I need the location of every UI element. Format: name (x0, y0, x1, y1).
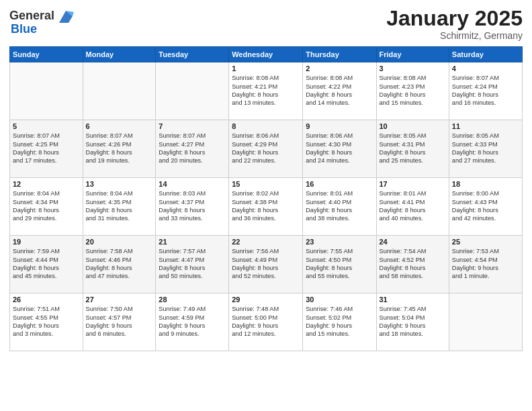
calendar-header-row: Sunday Monday Tuesday Wednesday Thursday… (10, 47, 523, 62)
day-info: Sunrise: 7:46 AMSunset: 5:02 PMDaylight:… (306, 305, 373, 338)
day-info: Sunrise: 8:05 AMSunset: 4:33 PMDaylight:… (452, 132, 519, 165)
day-number: 18 (452, 180, 519, 188)
day-number: 24 (380, 238, 446, 246)
table-row: 10Sunrise: 8:05 AMSunset: 4:31 PMDayligh… (376, 120, 449, 178)
day-number: 1 (232, 64, 300, 73)
table-row: 29Sunrise: 7:48 AMSunset: 5:00 PMDayligh… (229, 293, 303, 351)
day-info: Sunrise: 8:07 AMSunset: 4:25 PMDaylight:… (13, 132, 80, 165)
day-number: 30 (306, 295, 373, 304)
day-info: Sunrise: 8:08 AMSunset: 4:22 PMDaylight:… (306, 74, 373, 107)
table-row: 24Sunrise: 7:54 AMSunset: 4:52 PMDayligh… (376, 236, 449, 293)
day-info: Sunrise: 7:57 AMSunset: 4:47 PMDaylight:… (159, 247, 226, 281)
day-number: 15 (232, 180, 300, 188)
day-number: 2 (306, 64, 373, 73)
day-number: 10 (380, 122, 446, 130)
day-number: 17 (380, 180, 446, 188)
table-row: 30Sunrise: 7:46 AMSunset: 5:02 PMDayligh… (303, 293, 376, 351)
day-info: Sunrise: 7:56 AMSunset: 4:49 PMDaylight:… (232, 247, 300, 281)
day-info: Sunrise: 8:03 AMSunset: 4:37 PMDaylight:… (159, 189, 226, 223)
day-number: 7 (159, 122, 226, 130)
day-number: 12 (13, 180, 80, 188)
day-info: Sunrise: 8:05 AMSunset: 4:31 PMDaylight:… (380, 132, 446, 165)
table-row: 4Sunrise: 8:07 AMSunset: 4:24 PMDaylight… (449, 62, 522, 120)
title-block: January 2025 Schirmitz, Germany (386, 7, 523, 41)
header-thursday: Thursday (303, 47, 376, 62)
table-row: 12Sunrise: 8:04 AMSunset: 4:34 PMDayligh… (10, 178, 83, 236)
day-info: Sunrise: 8:07 AMSunset: 4:24 PMDaylight:… (452, 74, 519, 107)
table-row: 11Sunrise: 8:05 AMSunset: 4:33 PMDayligh… (449, 120, 522, 178)
day-number: 20 (86, 238, 153, 246)
table-row: 22Sunrise: 7:56 AMSunset: 4:49 PMDayligh… (229, 236, 303, 293)
day-info: Sunrise: 7:55 AMSunset: 4:50 PMDaylight:… (306, 247, 373, 281)
calendar-week-row: 12Sunrise: 8:04 AMSunset: 4:34 PMDayligh… (10, 178, 523, 236)
table-row: 16Sunrise: 8:01 AMSunset: 4:40 PMDayligh… (303, 178, 376, 236)
header-sunday: Sunday (10, 47, 83, 62)
header-saturday: Saturday (449, 47, 522, 62)
table-row: 31Sunrise: 7:45 AMSunset: 5:04 PMDayligh… (376, 293, 449, 351)
day-info: Sunrise: 7:50 AMSunset: 4:57 PMDaylight:… (86, 305, 153, 338)
day-info: Sunrise: 7:59 AMSunset: 4:44 PMDaylight:… (13, 247, 80, 281)
header-tuesday: Tuesday (156, 47, 229, 62)
day-info: Sunrise: 8:01 AMSunset: 4:41 PMDaylight:… (380, 189, 446, 223)
day-number: 22 (232, 238, 300, 246)
table-row: 19Sunrise: 7:59 AMSunset: 4:44 PMDayligh… (10, 236, 83, 293)
header-friday: Friday (376, 47, 449, 62)
table-row: 23Sunrise: 7:55 AMSunset: 4:50 PMDayligh… (303, 236, 376, 293)
table-row: 17Sunrise: 8:01 AMSunset: 4:41 PMDayligh… (376, 178, 449, 236)
table-row (449, 293, 522, 351)
day-info: Sunrise: 7:48 AMSunset: 5:00 PMDaylight:… (232, 305, 300, 338)
table-row: 21Sunrise: 7:57 AMSunset: 4:47 PMDayligh… (156, 236, 229, 293)
month-title: January 2025 (386, 7, 523, 30)
calendar: Sunday Monday Tuesday Wednesday Thursday… (9, 46, 523, 351)
header-wednesday: Wednesday (229, 47, 303, 62)
table-row: 8Sunrise: 8:06 AMSunset: 4:29 PMDaylight… (229, 120, 303, 178)
day-number: 5 (13, 122, 80, 130)
table-row: 14Sunrise: 8:03 AMSunset: 4:37 PMDayligh… (156, 178, 229, 236)
day-number: 9 (306, 122, 373, 130)
page: General Blue January 2025 Schirmitz, Ger… (0, 0, 532, 411)
day-number: 6 (86, 122, 153, 130)
table-row: 1Sunrise: 8:08 AMSunset: 4:21 PMDaylight… (229, 62, 303, 120)
day-number: 3 (380, 64, 446, 73)
day-number: 19 (13, 238, 80, 246)
day-info: Sunrise: 8:08 AMSunset: 4:21 PMDaylight:… (232, 74, 300, 107)
table-row (10, 62, 83, 120)
header: General Blue January 2025 Schirmitz, Ger… (9, 7, 523, 41)
table-row: 18Sunrise: 8:00 AMSunset: 4:43 PMDayligh… (449, 178, 522, 236)
day-info: Sunrise: 8:06 AMSunset: 4:29 PMDaylight:… (232, 132, 300, 165)
day-info: Sunrise: 7:45 AMSunset: 5:04 PMDaylight:… (380, 305, 446, 338)
day-info: Sunrise: 7:58 AMSunset: 4:46 PMDaylight:… (86, 247, 153, 281)
day-info: Sunrise: 7:54 AMSunset: 4:52 PMDaylight:… (380, 247, 446, 281)
table-row: 20Sunrise: 7:58 AMSunset: 4:46 PMDayligh… (83, 236, 156, 293)
table-row: 5Sunrise: 8:07 AMSunset: 4:25 PMDaylight… (10, 120, 83, 178)
day-number: 28 (159, 295, 226, 304)
day-info: Sunrise: 7:53 AMSunset: 4:54 PMDaylight:… (452, 247, 519, 281)
table-row: 26Sunrise: 7:51 AMSunset: 4:55 PMDayligh… (10, 293, 83, 351)
day-number: 29 (232, 295, 300, 304)
day-number: 31 (380, 295, 446, 304)
header-monday: Monday (83, 47, 156, 62)
day-info: Sunrise: 8:07 AMSunset: 4:27 PMDaylight:… (159, 132, 226, 165)
day-number: 8 (232, 122, 300, 130)
table-row (156, 62, 229, 120)
table-row: 28Sunrise: 7:49 AMSunset: 4:59 PMDayligh… (156, 293, 229, 351)
day-info: Sunrise: 8:00 AMSunset: 4:43 PMDaylight:… (452, 189, 519, 223)
day-number: 4 (452, 64, 519, 73)
calendar-week-row: 1Sunrise: 8:08 AMSunset: 4:21 PMDaylight… (10, 62, 523, 120)
day-info: Sunrise: 8:08 AMSunset: 4:23 PMDaylight:… (380, 74, 446, 107)
day-number: 27 (86, 295, 153, 304)
calendar-week-row: 5Sunrise: 8:07 AMSunset: 4:25 PMDaylight… (10, 120, 523, 178)
day-info: Sunrise: 8:01 AMSunset: 4:40 PMDaylight:… (306, 189, 373, 223)
day-number: 26 (13, 295, 80, 304)
day-number: 16 (306, 180, 373, 188)
table-row: 27Sunrise: 7:50 AMSunset: 4:57 PMDayligh… (83, 293, 156, 351)
day-number: 14 (159, 180, 226, 188)
day-info: Sunrise: 8:02 AMSunset: 4:38 PMDaylight:… (232, 189, 300, 223)
table-row: 15Sunrise: 8:02 AMSunset: 4:38 PMDayligh… (229, 178, 303, 236)
day-info: Sunrise: 7:51 AMSunset: 4:55 PMDaylight:… (13, 305, 80, 338)
day-number: 11 (452, 122, 519, 130)
day-info: Sunrise: 8:06 AMSunset: 4:30 PMDaylight:… (306, 132, 373, 165)
table-row: 9Sunrise: 8:06 AMSunset: 4:30 PMDaylight… (303, 120, 376, 178)
calendar-week-row: 19Sunrise: 7:59 AMSunset: 4:44 PMDayligh… (10, 236, 523, 293)
table-row: 25Sunrise: 7:53 AMSunset: 4:54 PMDayligh… (449, 236, 522, 293)
